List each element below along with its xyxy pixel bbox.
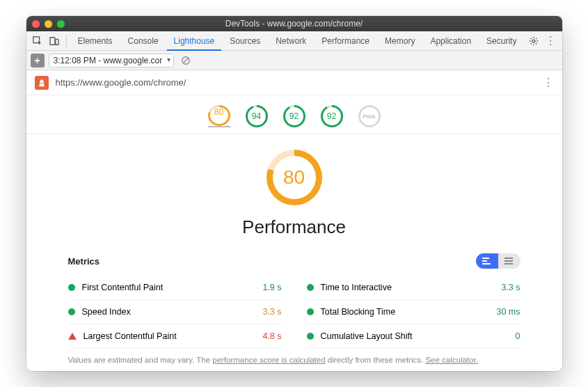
- category-gauge-3[interactable]: 92: [321, 105, 343, 127]
- circle-icon: [68, 284, 75, 291]
- tab-security[interactable]: Security: [479, 31, 523, 51]
- metrics-panel: Metrics First Contentful Paint1.9 sTime …: [26, 248, 562, 349]
- tab-network[interactable]: Network: [269, 31, 313, 51]
- report-menu-icon[interactable]: ⋮: [543, 79, 554, 86]
- metrics-footnote: Values are estimated and may vary. The p…: [26, 349, 562, 371]
- metric-label: Time to Interactive: [321, 283, 392, 292]
- circle-icon: [307, 284, 314, 291]
- metric-value: 3.3 s: [262, 307, 281, 317]
- tab-elements[interactable]: Elements: [71, 31, 120, 51]
- metric-value: 1.9 s: [262, 283, 281, 292]
- tab-console[interactable]: Console: [121, 31, 166, 51]
- new-report-button[interactable]: +: [31, 54, 45, 68]
- metric-value: 4.8 s: [262, 331, 281, 341]
- panel-tabs: ElementsConsoleLighthouseSourcesNetworkP…: [26, 31, 562, 51]
- metric-value: 0: [516, 331, 521, 341]
- metric-value: 30 ms: [496, 307, 520, 317]
- metric-value: 3.3 s: [501, 283, 520, 292]
- metric-row: Time to Interactive3.3 s: [307, 276, 521, 300]
- score-calc-link[interactable]: performance score is calculated: [212, 356, 325, 364]
- tab-performance[interactable]: Performance: [315, 31, 376, 51]
- gauge-value: 92: [289, 111, 299, 121]
- metrics-view-toggle[interactable]: [476, 253, 521, 269]
- svg-rect-1: [50, 37, 55, 45]
- category-gauges: 80949292PWA: [26, 95, 562, 134]
- svg-rect-2: [56, 39, 58, 45]
- device-toolbar-icon[interactable]: [47, 34, 62, 48]
- svg-rect-7: [482, 260, 487, 262]
- category-gauge-4[interactable]: PWA: [358, 105, 381, 127]
- devtools-window: DevTools - www.google.com/chrome/ Elemen…: [26, 16, 562, 371]
- see-calculator-link[interactable]: See calculator.: [425, 356, 477, 364]
- metric-label: Speed Index: [82, 307, 131, 317]
- metrics-heading: Metrics: [68, 256, 100, 267]
- category-gauge-2[interactable]: 92: [283, 105, 305, 127]
- category-gauge-1[interactable]: 94: [246, 105, 268, 127]
- metric-row: Speed Index3.3 s: [68, 300, 282, 324]
- report-select-label: 3:12:08 PM - www.google.cor: [54, 56, 163, 65]
- report-select[interactable]: 3:12:08 PM - www.google.cor: [49, 54, 175, 68]
- performance-title: Performance: [242, 216, 346, 238]
- separator: [66, 35, 67, 47]
- lighthouse-toolbar: + 3:12:08 PM - www.google.cor: [26, 51, 562, 70]
- metric-label: Cumulative Layout Shift: [321, 331, 413, 341]
- performance-gauge: 80: [267, 150, 322, 205]
- svg-line-5: [184, 58, 189, 63]
- svg-point-3: [532, 40, 535, 42]
- circle-icon: [307, 308, 314, 315]
- gauge-value: 80: [214, 107, 223, 117]
- metric-row: First Contentful Paint1.9 s: [68, 276, 282, 300]
- triangle-icon: [68, 333, 77, 340]
- tab-memory[interactable]: Memory: [378, 31, 422, 51]
- tab-sources[interactable]: Sources: [223, 31, 267, 51]
- report-url: https://www.google.com/chrome/: [56, 77, 186, 88]
- tab-lighthouse[interactable]: Lighthouse: [167, 31, 222, 51]
- performance-score: 80: [283, 166, 305, 189]
- inspect-icon[interactable]: [31, 34, 46, 48]
- gauge-value: 92: [327, 111, 336, 121]
- svg-rect-6: [482, 258, 489, 259]
- toggle-compact-icon[interactable]: [498, 253, 521, 269]
- more-icon[interactable]: ⋮: [543, 34, 558, 48]
- gauge-value: 94: [252, 111, 261, 121]
- circle-icon: [68, 308, 75, 315]
- metric-row: Total Blocking Time30 ms: [307, 300, 521, 324]
- gear-icon[interactable]: [526, 34, 541, 48]
- metric-label: First Contentful Paint: [82, 283, 164, 292]
- toggle-expanded-icon[interactable]: [476, 253, 498, 269]
- window-title: DevTools - www.google.com/chrome/: [26, 19, 562, 29]
- metric-label: Largest Contentful Paint: [84, 331, 177, 341]
- circle-icon: [307, 333, 314, 340]
- main-score-area: 80 Performance: [26, 134, 562, 248]
- titlebar: DevTools - www.google.com/chrome/: [26, 16, 562, 31]
- metric-label: Total Blocking Time: [321, 307, 396, 317]
- svg-rect-10: [504, 260, 513, 262]
- metric-row: Largest Contentful Paint4.8 s: [68, 324, 282, 349]
- category-gauge-0[interactable]: 80: [208, 105, 230, 127]
- lighthouse-icon: [35, 76, 49, 90]
- clear-icon[interactable]: [178, 54, 193, 68]
- metric-row: Cumulative Layout Shift0: [307, 324, 521, 349]
- report-url-bar: https://www.google.com/chrome/ ⋮: [26, 70, 562, 95]
- tab-application[interactable]: Application: [423, 31, 478, 51]
- svg-rect-9: [504, 258, 513, 259]
- svg-rect-11: [504, 263, 513, 264]
- svg-rect-8: [482, 263, 491, 264]
- gauge-value: PWA: [363, 113, 376, 120]
